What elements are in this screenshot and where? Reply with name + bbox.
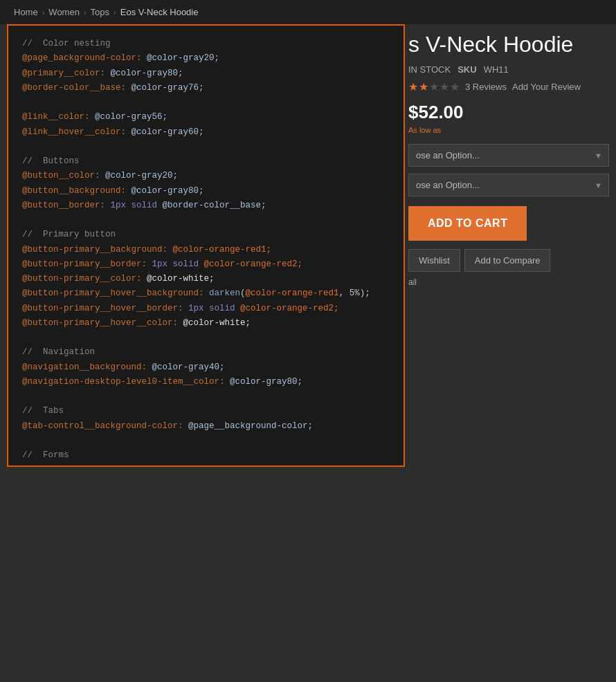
- breadcrumb: Home › Women › Tops › Eos V-Neck Hoodie: [0, 0, 616, 24]
- star-2: ★: [419, 80, 428, 93]
- code-line-16: @button-primary__hover__border: 1px soli…: [22, 302, 390, 316]
- code-line-13: @button-primary__border: 1px solid @colo…: [22, 257, 390, 272]
- rating-row: ★ ★ ★ ★ ★ 3 Reviews Add Your Review: [408, 80, 609, 93]
- code-line-6: @link__hover__color: @color-gray60;: [22, 125, 390, 140]
- code-line-22: @tab-control__background-color: @page__b…: [22, 419, 390, 434]
- option1-wrapper: ose an Option...: [408, 144, 609, 167]
- sku-value: WH11: [484, 64, 509, 75]
- add-review-link[interactable]: Add Your Review: [512, 82, 581, 92]
- code-line-9: @button__background: @color-gray80;: [22, 184, 390, 199]
- availability-label: IN STOCK: [408, 64, 451, 75]
- option1-select[interactable]: ose an Option...: [408, 144, 609, 167]
- code-line-10: @button__border: 1px solid @border-color…: [22, 199, 390, 213]
- breadcrumb-women[interactable]: Women: [48, 7, 80, 17]
- code-line-11: // Primary button: [22, 228, 390, 242]
- code-line-17: @button-primary__hover__color: @color-wh…: [22, 316, 390, 331]
- price-as-low: As low as: [408, 126, 609, 134]
- option2-select[interactable]: ose an Option...: [408, 174, 609, 196]
- breadcrumb-tops[interactable]: Tops: [91, 7, 109, 17]
- code-line-15: @button-primary__hover__background: dark…: [22, 286, 390, 301]
- code-line-12: @button-primary__background: @color-oran…: [22, 243, 390, 257]
- code-line-2: @page_background-color: @color-gray20;: [22, 51, 390, 66]
- product-price: $52.00: [408, 102, 609, 123]
- code-line-20: @navigation-desktop-level0-item__color: …: [22, 375, 390, 389]
- code-line-1: // Color nesting: [22, 37, 390, 51]
- option2-wrapper: ose an Option...: [408, 174, 609, 196]
- code-line-21: // Tabs: [22, 404, 390, 418]
- product-meta: IN STOCK SKU WH11: [408, 64, 609, 75]
- email-link[interactable]: ail: [408, 277, 609, 287]
- add-to-cart-button[interactable]: Add to Cart: [408, 206, 527, 241]
- sku-label: SKU: [458, 64, 476, 75]
- product-title: s V-Neck Hoodie: [408, 31, 609, 57]
- code-line-5: @link__color: @color-gray56;: [22, 110, 390, 125]
- code-line-8: @button__color: @color-gray20;: [22, 169, 390, 183]
- code-line-4: @border-color__base: @color-gray76;: [22, 81, 390, 95]
- breadcrumb-home[interactable]: Home: [14, 7, 38, 17]
- star-3: ★: [429, 80, 439, 93]
- wishlist-button[interactable]: Wishlist: [408, 249, 460, 272]
- code-line-19: @navigation__background: @color-gray40;: [22, 360, 390, 375]
- code-line-3: @primary__color: @color-gray80;: [22, 66, 390, 81]
- code-line-23: // Forms: [22, 448, 390, 463]
- star-5: ★: [450, 80, 460, 93]
- star-4: ★: [440, 80, 449, 93]
- code-panel: // Color nesting @page_background-color:…: [7, 24, 405, 467]
- stars: ★ ★ ★ ★ ★: [408, 80, 460, 93]
- code-line-14: @button-primary__color: @color-white;: [22, 272, 390, 286]
- breadcrumb-sep-1: ›: [42, 8, 45, 17]
- star-1: ★: [408, 80, 418, 93]
- breadcrumb-current: Eos V-Neck Hoodie: [120, 7, 199, 17]
- breadcrumb-sep-2: ›: [84, 8, 87, 17]
- code-line-18: // Navigation: [22, 345, 390, 360]
- breadcrumb-sep-3: ›: [114, 8, 116, 17]
- compare-button[interactable]: Add to Compare: [464, 249, 551, 272]
- code-line-7: // Buttons: [22, 154, 390, 169]
- code-line-24: @form-element-input__background: @color-…: [22, 463, 390, 467]
- reviews-link[interactable]: 3 Reviews: [465, 82, 507, 92]
- action-row: Wishlist Add to Compare: [408, 249, 609, 272]
- main-content: // Color nesting @page_background-color:…: [0, 24, 616, 287]
